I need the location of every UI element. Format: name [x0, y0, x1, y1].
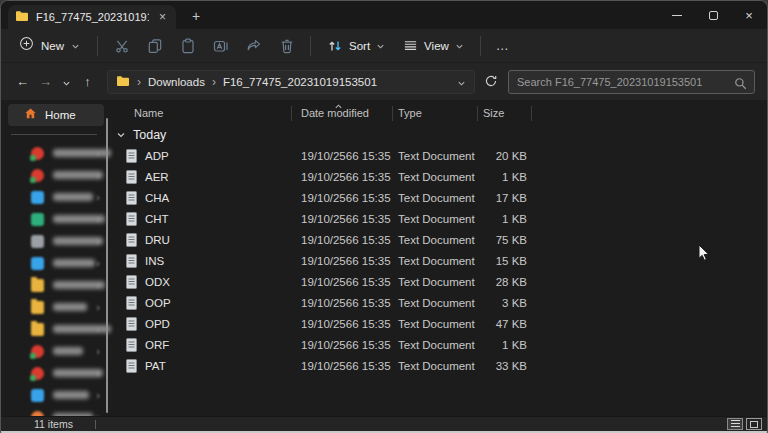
file-date-modified: 19/10/2566 15:35	[292, 213, 393, 225]
search-icon[interactable]	[734, 76, 747, 94]
copy-button[interactable]	[138, 33, 171, 59]
chevron-right-icon[interactable]: ›	[96, 147, 100, 159]
chevron-right-icon[interactable]: ›	[96, 301, 100, 313]
sidebar-item[interactable]: ›	[1, 208, 113, 230]
file-type: Text Document	[393, 255, 478, 267]
column-header-type[interactable]: Type	[393, 106, 478, 121]
delete-button[interactable]	[270, 33, 303, 59]
sidebar-item-label-redacted	[53, 391, 89, 399]
sidebar-item[interactable]: ›	[1, 252, 113, 274]
file-row[interactable]: ORF19/10/2566 15:35Text Document1 KB	[113, 334, 767, 355]
file-name: CHT	[145, 213, 169, 225]
file-row[interactable]: AER19/10/2566 15:35Text Document1 KB	[113, 166, 767, 187]
file-row[interactable]: OOP19/10/2566 15:35Text Document3 KB	[113, 292, 767, 313]
share-button[interactable]	[237, 33, 270, 59]
chevron-down-icon	[62, 79, 71, 88]
new-tab-button[interactable]: +	[192, 9, 200, 29]
folder-icon	[31, 279, 44, 292]
details-view-icon	[731, 420, 740, 428]
chevron-right-icon[interactable]: ›	[96, 257, 100, 269]
text-document-icon	[126, 233, 137, 247]
file-row[interactable]: INS19/10/2566 15:35Text Document15 KB	[113, 250, 767, 271]
tab-close-button[interactable]: ×	[156, 10, 169, 24]
sidebar-item[interactable]: ›	[1, 164, 113, 186]
document-icon	[31, 235, 44, 248]
chevron-right-icon[interactable]: ›	[96, 367, 100, 379]
file-date-modified: 19/10/2566 15:35	[292, 255, 393, 267]
monitor-icon	[31, 389, 44, 402]
sidebar-item[interactable]: ›	[1, 384, 113, 406]
text-document-icon	[126, 359, 137, 373]
rename-button[interactable]	[204, 33, 237, 59]
recent-locations-button[interactable]	[57, 73, 76, 91]
chevron-right-icon[interactable]: ›	[96, 191, 100, 203]
chevron-right-icon[interactable]: ›	[96, 169, 100, 181]
file-row[interactable]: CHA19/10/2566 15:35Text Document17 KB	[113, 187, 767, 208]
back-button[interactable]: ←	[11, 74, 34, 89]
explorer-tab[interactable]: F16_77475_20231019153501 ×	[8, 5, 176, 29]
large-icons-view-button[interactable]	[746, 418, 762, 430]
breadcrumb-downloads[interactable]: Downloads	[148, 76, 205, 88]
sidebar-item[interactable]: ›	[1, 274, 113, 296]
new-button[interactable]: New	[11, 33, 90, 59]
clipboard-icon	[180, 38, 196, 54]
file-explorer-window: F16_77475_20231019153501 × + × New	[0, 0, 768, 433]
chevron-right-icon[interactable]: ›	[96, 389, 100, 401]
large-icons-view-icon	[750, 421, 758, 428]
file-row[interactable]: CHT19/10/2566 15:35Text Document1 KB	[113, 208, 767, 229]
file-row[interactable]: ADP19/10/2566 15:35Text Document20 KB	[113, 145, 767, 166]
sort-button[interactable]: Sort	[318, 33, 394, 59]
sidebar-scrollbar[interactable]	[106, 118, 108, 413]
sidebar-item[interactable]: ›	[1, 362, 113, 384]
copy-icon	[147, 38, 163, 54]
forward-button[interactable]: →	[34, 74, 57, 89]
sidebar-item-home[interactable]: Home	[8, 104, 104, 126]
close-button[interactable]: ×	[731, 1, 767, 29]
sidebar-item[interactable]: ›	[1, 142, 113, 164]
sidebar-item[interactable]: ›	[1, 318, 113, 340]
file-size: 28 KB	[478, 276, 532, 288]
address-dropdown-button[interactable]	[457, 72, 466, 92]
file-type: Text Document	[393, 192, 478, 204]
file-type: Text Document	[393, 276, 478, 288]
sidebar-item[interactable]: ›	[1, 230, 113, 252]
file-rows: ADP19/10/2566 15:35Text Document20 KBAER…	[113, 145, 767, 376]
chevron-right-icon[interactable]: ›	[96, 235, 100, 247]
file-row[interactable]: PAT19/10/2566 15:35Text Document33 KB	[113, 355, 767, 376]
refresh-button[interactable]	[478, 72, 504, 92]
file-name: OPD	[145, 318, 170, 330]
file-row[interactable]: OPD19/10/2566 15:35Text Document47 KB	[113, 313, 767, 334]
chevron-down-icon	[71, 37, 80, 55]
column-header-size[interactable]: Size	[478, 106, 532, 121]
file-date-modified: 19/10/2566 15:35	[292, 276, 393, 288]
file-row[interactable]: DRU19/10/2566 15:35Text Document75 KB	[113, 229, 767, 250]
sidebar-item[interactable]: ›	[1, 186, 113, 208]
breadcrumb-current-folder[interactable]: F16_77475_20231019153501	[223, 76, 377, 88]
maximize-button[interactable]	[695, 1, 731, 29]
user-badge-icon	[31, 345, 44, 358]
sidebar-item[interactable]: ›	[1, 340, 113, 362]
status-divider	[95, 420, 96, 429]
chevron-right-icon[interactable]: ›	[96, 279, 100, 291]
column-header-name[interactable]: Name	[113, 106, 292, 121]
sidebar-item[interactable]: ›	[1, 296, 113, 318]
chevron-right-icon[interactable]: ›	[96, 323, 100, 335]
paste-button[interactable]	[171, 33, 204, 59]
scissors-icon	[114, 38, 130, 54]
view-button[interactable]: View	[394, 33, 473, 59]
file-type: Text Document	[393, 150, 478, 162]
sidebar-item-label-redacted	[53, 193, 93, 201]
details-view-button[interactable]	[727, 418, 743, 430]
chevron-right-icon[interactable]: ›	[96, 345, 100, 357]
file-row[interactable]: ODX19/10/2566 15:35Text Document28 KB	[113, 271, 767, 292]
column-header-date-modified[interactable]: Date modified	[292, 106, 393, 121]
group-header-today[interactable]: Today	[113, 125, 767, 145]
chevron-right-icon[interactable]: ›	[96, 213, 100, 225]
minimize-button[interactable]	[659, 1, 695, 29]
cut-button[interactable]	[105, 33, 138, 59]
search-input[interactable]	[509, 71, 754, 93]
up-button[interactable]: ↑	[76, 74, 99, 89]
more-options-button[interactable]: …	[488, 38, 518, 53]
view-toggles	[727, 418, 762, 430]
breadcrumb[interactable]: › Downloads › F16_77475_20231019153501	[107, 70, 475, 94]
